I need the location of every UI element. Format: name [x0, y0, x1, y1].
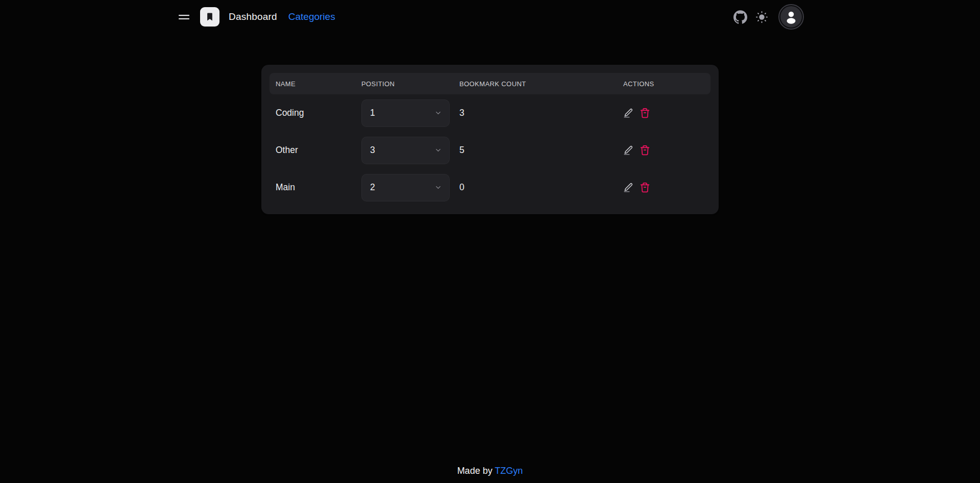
app-logo[interactable] [200, 7, 219, 27]
main-content: NAME POSITION BOOKMARK COUNT ACTIONS Cod… [0, 34, 980, 214]
menu-toggle-button[interactable] [177, 10, 191, 24]
chevron-down-icon [434, 146, 442, 154]
table-row: Main 2 0 [270, 169, 710, 206]
footer: Made by TZGyn [0, 466, 980, 483]
category-name: Coding [276, 108, 361, 118]
trash-icon [640, 145, 650, 156]
github-icon [733, 10, 747, 24]
position-select[interactable]: 2 [361, 174, 450, 201]
edit-category-button[interactable] [623, 182, 634, 193]
category-name: Other [276, 145, 361, 156]
footer-text: Made by [457, 466, 495, 476]
user-avatar-button[interactable] [779, 5, 803, 29]
position-select-value: 1 [370, 108, 375, 118]
trash-icon [640, 182, 650, 193]
theme-toggle-button[interactable] [755, 11, 768, 23]
category-name: Main [276, 182, 361, 193]
column-header-bookmark-count: BOOKMARK COUNT [459, 80, 623, 88]
position-select-value: 2 [370, 182, 375, 193]
table-row: Other 3 5 [270, 132, 710, 169]
column-header-actions: ACTIONS [623, 80, 704, 88]
edit-pencil-icon [623, 182, 634, 193]
table-header-row: NAME POSITION BOOKMARK COUNT ACTIONS [270, 73, 710, 94]
navbar: Dashboard Categories [0, 0, 980, 34]
bookmark-count: 0 [459, 182, 623, 193]
position-select[interactable]: 3 [361, 137, 450, 164]
trash-icon [640, 108, 650, 118]
page-title: Dashboard [229, 11, 277, 22]
column-header-position: POSITION [361, 80, 459, 88]
delete-category-button[interactable] [640, 182, 650, 193]
position-select[interactable]: 1 [361, 99, 450, 127]
edit-category-button[interactable] [623, 145, 634, 156]
table-row: Coding 1 3 [270, 94, 710, 132]
bookmark-count: 3 [459, 108, 623, 118]
user-avatar-icon [783, 9, 799, 24]
bookmark-count: 5 [459, 145, 623, 156]
chevron-down-icon [434, 184, 442, 191]
column-header-name: NAME [276, 80, 361, 88]
edit-pencil-icon [623, 108, 634, 118]
footer-author-link[interactable]: TZGyn [495, 466, 523, 476]
edit-category-button[interactable] [623, 108, 634, 118]
chevron-down-icon [434, 109, 442, 117]
github-link-button[interactable] [733, 10, 747, 24]
sun-icon [755, 11, 768, 23]
bookmark-icon [200, 7, 219, 27]
nav-link-categories[interactable]: Categories [288, 11, 335, 22]
categories-card: NAME POSITION BOOKMARK COUNT ACTIONS Cod… [261, 65, 719, 214]
delete-category-button[interactable] [640, 108, 650, 118]
hamburger-icon [177, 10, 191, 24]
delete-category-button[interactable] [640, 145, 650, 156]
position-select-value: 3 [370, 145, 375, 156]
edit-pencil-icon [623, 145, 634, 156]
